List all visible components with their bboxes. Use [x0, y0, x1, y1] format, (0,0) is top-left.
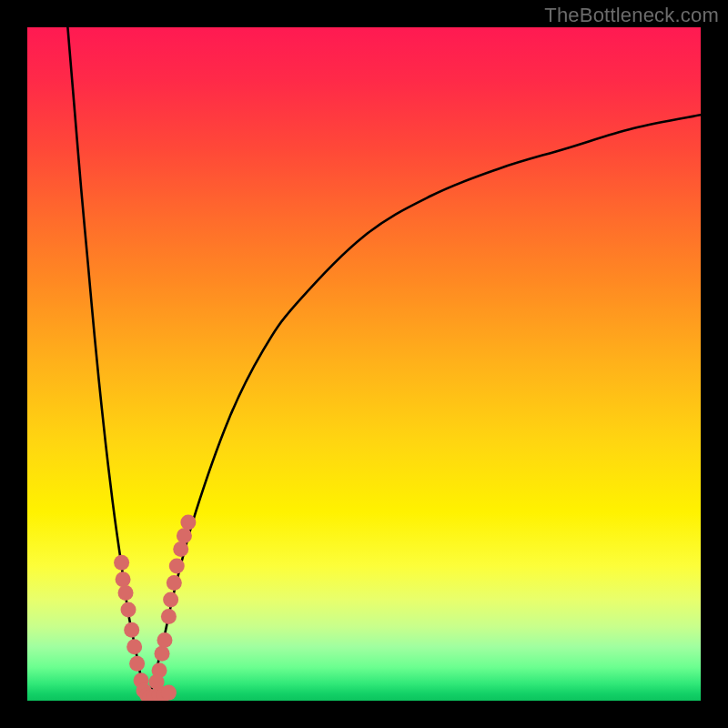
data-point [177, 528, 192, 543]
curve-left-branch [67, 27, 148, 701]
data-point [155, 646, 170, 662]
chart-frame: TheBottleneck.com [0, 0, 728, 728]
data-point [124, 622, 139, 638]
data-point [180, 514, 196, 530]
curve-layer [67, 27, 701, 701]
data-point [129, 656, 145, 672]
data-point [167, 575, 182, 591]
data-point [114, 555, 129, 571]
data-point [149, 674, 165, 690]
data-point [121, 602, 136, 618]
data-point [173, 541, 188, 557]
data-point [118, 585, 134, 601]
watermark-text: TheBottleneck.com [544, 4, 719, 27]
chart-svg [27, 27, 701, 701]
data-point [169, 559, 185, 574]
scatter-layer [114, 514, 196, 701]
data-point [126, 639, 142, 654]
data-point [116, 571, 131, 587]
data-point [157, 632, 172, 648]
curve-right-branch [148, 115, 701, 701]
data-point [161, 609, 177, 624]
data-point [163, 592, 178, 608]
data-point [161, 685, 177, 701]
plot-area [27, 27, 701, 701]
